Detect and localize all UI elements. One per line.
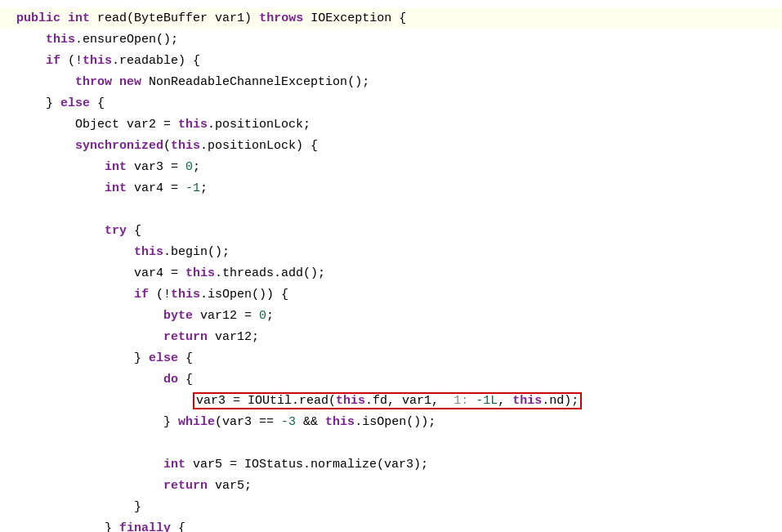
code-line-1: public int read(ByteBuffer var1) throws … [0, 8, 782, 29]
line-content-7: synchronized(this.positionLock) { [0, 136, 318, 156]
code-line-18: do { [0, 369, 782, 391]
line-content-1: public int read(ByteBuffer var1) throws … [0, 9, 406, 29]
code-line-10 [0, 199, 782, 221]
line-content-24: } [0, 498, 141, 517]
code-line-21 [0, 433, 782, 454]
code-line-15: byte var12 = 0; [0, 306, 782, 327]
code-line-14: if (!this.isOpen()) { [0, 284, 782, 306]
highlighted-code-box: var3 = IOUtil.read(this.fd, var1, 1: -1L… [193, 392, 582, 409]
line-content-19: var3 = IOUtil.read(this.fd, var1, 1: -1L… [0, 391, 582, 411]
line-content-25: } finally { [0, 519, 185, 532]
code-line-17: } else { [0, 348, 782, 369]
line-content-22: int var5 = IOStatus.normalize(var3); [0, 455, 428, 475]
line-content-17: } else { [0, 349, 193, 369]
line-content-5: } else { [0, 94, 105, 114]
line-content-15: byte var12 = 0; [0, 306, 274, 326]
line-content-18: do { [0, 370, 193, 390]
code-line-3: if (!this.readable) { [0, 51, 782, 72]
code-line-7: synchronized(this.positionLock) { [0, 136, 782, 157]
code-line-23: return var5; [0, 476, 782, 497]
code-line-22: int var5 = IOStatus.normalize(var3); [0, 454, 782, 476]
line-content-12: this.begin(); [0, 243, 230, 262]
code-line-13: var4 = this.threads.add(); [0, 263, 782, 284]
line-content-13: var4 = this.threads.add(); [0, 264, 325, 284]
code-line-11: try { [0, 221, 782, 242]
code-line-19: var3 = IOUtil.read(this.fd, var1, 1: -1L… [0, 391, 782, 412]
code-line-24: } [0, 497, 782, 518]
code-line-2: this.ensureOpen(); [0, 29, 782, 51]
line-content-23: return var5; [0, 476, 252, 496]
line-content-10 [0, 200, 24, 220]
line-content-21 [0, 434, 24, 454]
line-content-4: throw new NonReadableChannelException(); [0, 73, 369, 92]
line-content-8: int var3 = 0; [0, 158, 200, 177]
code-line-9: int var4 = -1; [0, 178, 782, 199]
line-content-6: Object var2 = this.positionLock; [0, 115, 311, 135]
line-content-3: if (!this.readable) { [0, 51, 200, 71]
code-line-12: this.begin(); [0, 242, 782, 263]
line-content-20: } while(var3 == -3 && this.isOpen()); [0, 413, 436, 432]
code-viewer: public int read(ByteBuffer var1) throws … [0, 0, 782, 532]
code-line-6: Object var2 = this.positionLock; [0, 114, 782, 136]
code-line-4: throw new NonReadableChannelException(); [0, 72, 782, 93]
line-content-11: try { [0, 221, 141, 241]
code-line-8: int var3 = 0; [0, 157, 782, 178]
code-line-5: } else { [0, 93, 782, 114]
code-line-20: } while(var3 == -3 && this.isOpen()); [0, 412, 782, 433]
line-content-2: this.ensureOpen(); [0, 30, 178, 50]
line-content-16: return var12; [0, 328, 259, 347]
line-content-9: int var4 = -1; [0, 179, 208, 199]
code-line-16: return var12; [0, 327, 782, 348]
line-content-14: if (!this.isOpen()) { [0, 285, 288, 305]
code-line-25: } finally { [0, 518, 782, 532]
